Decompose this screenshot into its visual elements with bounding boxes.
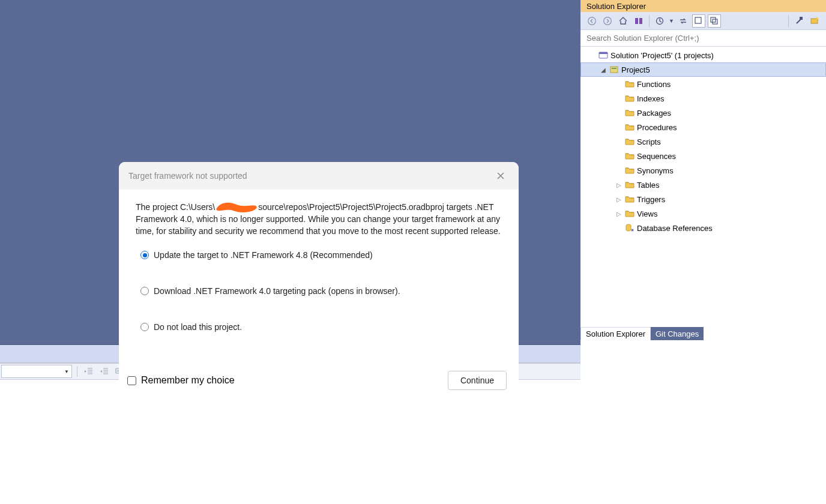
tree-item-label: Packages — [637, 109, 671, 118]
database-reference-icon — [625, 223, 635, 233]
sync-button[interactable] — [677, 14, 690, 28]
message-part: The project C:\Users\ — [136, 202, 215, 212]
search-input[interactable] — [586, 30, 820, 46]
solution-explorer-panel: Solution Explorer ▼ — [580, 0, 826, 504]
tab-label: Solution Explorer — [586, 329, 645, 338]
dialog-options: Update the target to .NET Framework 4.8 … — [136, 250, 502, 332]
divider — [649, 15, 650, 27]
dialog-body: The project C:\Users\ source\repos\Proje… — [119, 190, 519, 371]
tree-item-label: Triggers — [637, 195, 665, 204]
properties-button[interactable] — [792, 14, 806, 28]
folder-icon — [625, 137, 635, 146]
solution-node[interactable]: ▶ Solution 'Project5' (1 projects) — [580, 48, 826, 62]
search-box[interactable] — [580, 30, 826, 47]
button-label: Continue — [460, 376, 494, 385]
tree-item-label: Sequences — [637, 152, 676, 161]
svg-point-11 — [816, 17, 818, 20]
back-button[interactable] — [585, 14, 598, 28]
dialog-title: Target framework not supported — [128, 171, 247, 181]
tree-item[interactable]: ▷Synonyms — [580, 163, 826, 178]
preview-button[interactable] — [808, 14, 821, 28]
option-label: Update the target to .NET Framework 4.8 … — [154, 250, 373, 260]
folder-icon — [625, 209, 635, 218]
show-all-files-button[interactable] — [692, 14, 705, 28]
expand-icon[interactable]: ▷ — [615, 210, 623, 217]
chevron-down-icon: ▼ — [669, 18, 674, 24]
svg-point-2 — [604, 17, 612, 25]
svg-rect-6 — [695, 17, 701, 23]
folder-icon — [625, 79, 635, 89]
remember-checkbox[interactable] — [127, 376, 136, 385]
solution-icon — [598, 50, 608, 60]
tree-item-label: Database References — [637, 224, 713, 233]
tree-item-label: Tables — [637, 181, 660, 190]
tree-item[interactable]: ▷Tables — [580, 178, 826, 192]
folder-icon — [625, 166, 635, 175]
forward-button[interactable] — [601, 14, 614, 28]
svg-rect-13 — [599, 52, 607, 54]
svg-point-1 — [588, 17, 596, 25]
folder-icon — [625, 180, 635, 190]
tree-item[interactable]: ▷Sequences — [580, 149, 826, 163]
collapse-icon[interactable]: ◢ — [600, 66, 607, 73]
tree-item-label: Views — [637, 209, 657, 218]
dialog-header: Target framework not supported — [119, 162, 519, 190]
project-node[interactable]: ◢ Project5 — [580, 62, 826, 77]
increase-indent-button[interactable] — [98, 365, 111, 378]
folder-icon — [625, 122, 635, 132]
radio-icon — [140, 287, 149, 295]
expand-icon[interactable]: ▷ — [615, 196, 623, 203]
tree-item[interactable]: ▷Indexes — [580, 91, 826, 106]
panel-tabs: Solution Explorer Git Changes — [580, 327, 826, 341]
solution-tree[interactable]: ▶ Solution 'Project5' (1 projects) ◢ Pro… — [580, 47, 826, 236]
tree-item[interactable]: ▷Procedures — [580, 120, 826, 134]
option-download-targeting-pack[interactable]: Download .NET Framework 4.0 targeting pa… — [140, 286, 502, 296]
tree-item[interactable]: ▷Functions — [580, 77, 826, 91]
svg-rect-4 — [639, 18, 642, 24]
panel-titlebar: Solution Explorer — [580, 0, 826, 12]
expand-icon[interactable]: ▷ — [615, 181, 623, 188]
tree-item-label: Functions — [637, 80, 671, 89]
project-icon — [609, 65, 619, 74]
pending-changes-filter-button[interactable] — [653, 14, 666, 28]
divider — [788, 15, 789, 27]
panel-title: Solution Explorer — [586, 2, 646, 11]
tree-item-label: Procedures — [637, 123, 677, 132]
project-label: Project5 — [621, 65, 650, 74]
tree-item[interactable]: ▷Database References — [580, 221, 826, 235]
tree-item-label: Synonyms — [637, 166, 674, 175]
home-button[interactable] — [616, 14, 630, 28]
solution-label: Solution 'Project5' (1 projects) — [610, 51, 714, 60]
tree-item[interactable]: ▷Packages — [580, 106, 826, 120]
tab-git-changes[interactable]: Git Changes — [651, 327, 704, 340]
tree-item-label: Scripts — [637, 137, 661, 146]
dialog-message: The project C:\Users\ source\repos\Proje… — [136, 202, 502, 237]
option-label: Download .NET Framework 4.0 targeting pa… — [154, 286, 400, 296]
chevron-down-icon: ▼ — [64, 369, 69, 374]
folder-icon — [625, 194, 635, 204]
svg-rect-7 — [711, 17, 716, 22]
svg-rect-8 — [713, 19, 717, 24]
radio-icon — [140, 251, 149, 259]
svg-rect-9 — [800, 17, 803, 20]
folder-icon — [625, 108, 635, 118]
decrease-indent-button[interactable] — [82, 365, 95, 378]
switch-views-button[interactable] — [632, 14, 645, 28]
redacted-username — [215, 201, 258, 213]
tree-item[interactable]: ▷Triggers — [580, 192, 826, 206]
target-framework-dialog: Target framework not supported The proje… — [119, 162, 519, 401]
continue-button[interactable]: Continue — [448, 371, 507, 390]
svg-rect-15 — [612, 68, 616, 69]
close-button[interactable] — [492, 167, 509, 184]
tree-item[interactable]: ▷Views — [580, 206, 826, 221]
folder-icon — [625, 151, 635, 161]
tree-item[interactable]: ▷Scripts — [580, 134, 826, 149]
collapse-all-button[interactable] — [708, 14, 721, 28]
option-do-not-load[interactable]: Do not load this project. — [140, 322, 502, 332]
svg-rect-14 — [610, 67, 618, 73]
dialog-footer: Remember my choice Continue — [119, 371, 519, 401]
object-selector[interactable]: ▼ — [1, 365, 72, 378]
tab-solution-explorer[interactable]: Solution Explorer — [580, 327, 651, 340]
option-update-framework[interactable]: Update the target to .NET Framework 4.8 … — [140, 250, 502, 260]
tab-label: Git Changes — [656, 329, 699, 338]
